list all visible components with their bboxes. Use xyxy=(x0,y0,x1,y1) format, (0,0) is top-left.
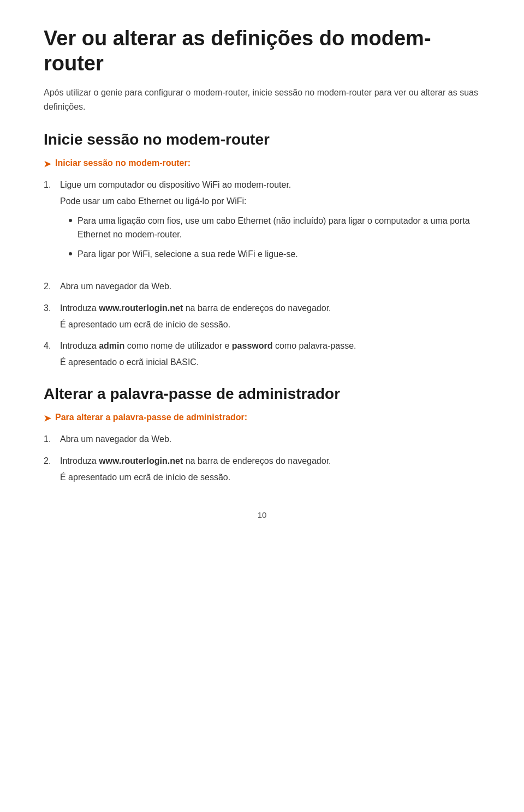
bullet-dot-icon xyxy=(69,219,72,222)
step-2-content: Abra um navegador da Web. xyxy=(60,279,171,294)
bullet-item: Para ligar por WiFi, selecione a sua red… xyxy=(69,247,480,261)
step-1-bullets: Para uma ligação com fios, use um cabo E… xyxy=(69,214,480,267)
page-number: 10 xyxy=(44,510,480,520)
step-2: 2. Abra um navegador da Web. xyxy=(44,279,480,294)
page-subtitle: Após utilizar o genie para configurar o … xyxy=(44,86,480,114)
section2-steps-list: 1. Abra um navegador da Web. 2. Introduz… xyxy=(44,432,480,484)
step-1: 1. Ligue um computador ou dispositivo Wi… xyxy=(44,178,480,272)
step-3: 3. Introduza www.routerlogin.net na barr… xyxy=(44,301,480,331)
section1-heading: Inicie sessão no modem-router xyxy=(44,131,480,148)
step-4: 4. Introduza admin como nome de utilizad… xyxy=(44,339,480,369)
section1-steps-list: 1. Ligue um computador ou dispositivo Wi… xyxy=(44,178,480,369)
page-title: Ver ou alterar as definições do modem- r… xyxy=(44,26,480,76)
step-1-content: Ligue um computador ou dispositivo WiFi … xyxy=(60,178,480,272)
section2-step-1-number: 1. xyxy=(44,432,55,446)
section2-step-2-number: 2. xyxy=(44,454,55,484)
arrow-icon-2: ➤ xyxy=(44,413,51,423)
section2-step-1: 1. Abra um navegador da Web. xyxy=(44,432,480,446)
step-1-number: 1. xyxy=(44,178,55,272)
section2-heading: Alterar a palavra-passe de administrador xyxy=(44,385,480,403)
section2-step-1-content: Abra um navegador da Web. xyxy=(60,432,171,446)
bullet-dot-icon xyxy=(69,252,72,255)
section2-step-2: 2. Introduza www.routerlogin.net na barr… xyxy=(44,454,480,484)
step-3-number: 3. xyxy=(44,301,55,331)
step-2-number: 2. xyxy=(44,279,55,294)
step-4-content: Introduza admin como nome de utilizador … xyxy=(60,339,356,369)
step-3-content: Introduza www.routerlogin.net na barra d… xyxy=(60,301,331,331)
section1-subsection-heading: ➤ Iniciar sessão no modem-router: xyxy=(44,158,480,169)
section2-subsection-heading: ➤ Para alterar a palavra-passe de admini… xyxy=(44,413,480,423)
bullet-item: Para uma ligação com fios, use um cabo E… xyxy=(69,214,480,242)
section2-step-2-content: Introduza www.routerlogin.net na barra d… xyxy=(60,454,331,484)
step-4-number: 4. xyxy=(44,339,55,369)
arrow-icon: ➤ xyxy=(44,159,51,169)
